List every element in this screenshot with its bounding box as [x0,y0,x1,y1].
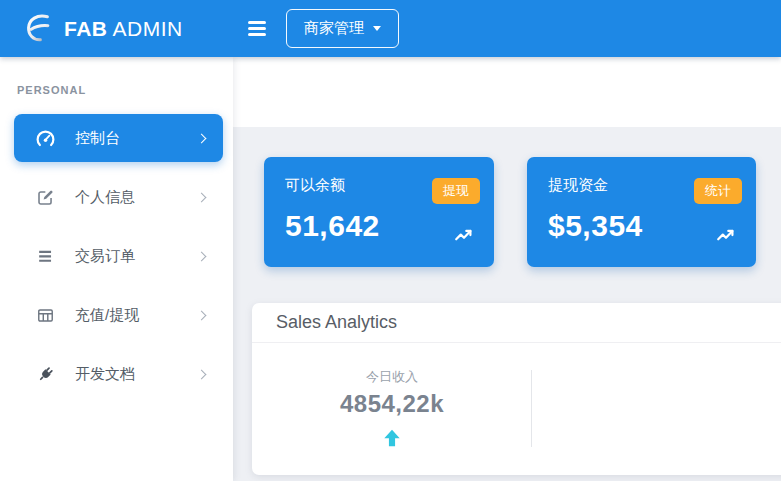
sidebar-item-label: 开发文档 [75,365,198,384]
sidebar-item-label: 个人信息 [75,188,198,207]
brand-title-light: ADMIN [113,17,183,40]
topbar: FABADMIN 商家管理 [0,0,781,57]
merchant-menu-label: 商家管理 [304,19,364,38]
sidebar-item-label: 交易订单 [75,247,198,266]
sidebar-section-label: PERSONAL [17,84,233,96]
withdraw-badge-button[interactable]: 提现 [432,178,480,204]
merchant-menu-dropdown[interactable]: 商家管理 [286,9,399,48]
stat-card-withdraw-funds: 提现资金 统计 $5,354 [527,157,756,267]
arrow-up-icon [381,427,403,449]
sidebar-menu: 控制台 个人信息 交易订单 [0,114,233,398]
brand-title-bold: FAB [64,17,108,40]
list-icon [35,246,56,267]
trend-up-icon [715,225,737,247]
today-income-label: 今日收入 [366,368,418,386]
brand-title: FABADMIN [64,17,183,41]
gauge-icon [35,128,56,149]
table-icon [35,305,56,326]
chevron-right-icon [197,369,207,379]
trend-up-icon [453,225,475,247]
caret-down-icon [373,26,381,31]
stat-card-balance: 可以余额 提现 51,642 [264,157,494,267]
brand-logo[interactable]: FABADMIN [0,0,233,57]
edit-icon [35,187,56,208]
sidebar: PERSONAL 控制台 [0,57,233,481]
sidebar-item-label: 充值/提现 [75,306,198,325]
chevron-right-icon [197,251,207,261]
top-navigation: 商家管理 [233,0,781,57]
stat-card-value: 51,642 [285,209,473,243]
sales-analytics-body: 今日收入 4854,22k [252,343,781,474]
today-income-stat: 今日收入 4854,22k [252,343,532,474]
chevron-right-icon [197,310,207,320]
stat-card-value: $5,354 [548,209,735,243]
sidebar-item-dev-docs[interactable]: 开发文档 [14,350,223,398]
sales-analytics-title: Sales Analytics [252,303,781,343]
sidebar-item-label: 控制台 [75,129,198,148]
plug-icon [35,364,56,385]
sidebar-item-dashboard[interactable]: 控制台 [14,114,223,162]
sidebar-item-deposit-withdraw[interactable]: 充值/提现 [14,291,223,339]
today-income-value: 4854,22k [340,390,444,418]
sidebar-item-profile[interactable]: 个人信息 [14,173,223,221]
brand-glyph-icon [22,12,54,46]
sidebar-item-orders[interactable]: 交易订单 [14,232,223,280]
stat-cards-row: 可以余额 提现 51,642 提现资金 统计 $5,354 [264,157,756,267]
app-window: FABADMIN 商家管理 PERSONAL [0,0,781,481]
stats-badge-button[interactable]: 统计 [694,178,742,204]
chevron-right-icon [197,192,207,202]
sales-analytics-card: Sales Analytics 今日收入 4854,22k [252,303,781,475]
sidebar-toggle-hamburger-icon[interactable] [248,21,268,36]
page-header-band [233,57,781,127]
sales-analytics-next-column [532,343,781,474]
chevron-right-icon [197,133,207,143]
